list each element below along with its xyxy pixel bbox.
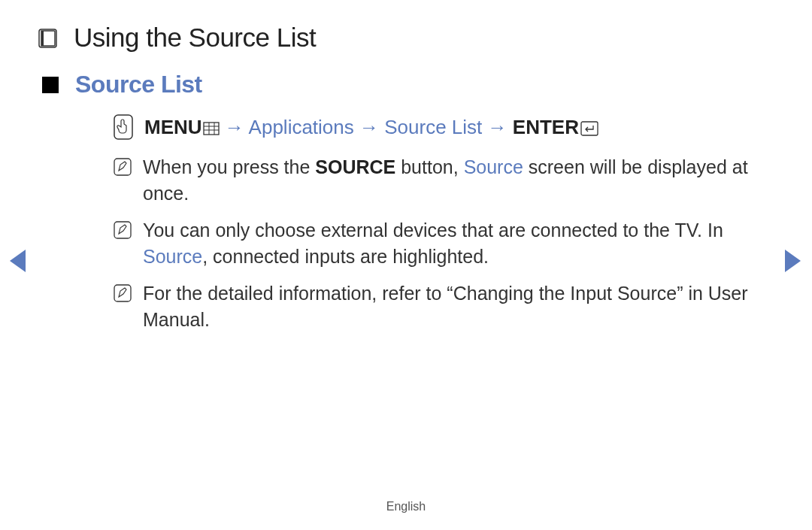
pencil-note-icon: [113, 157, 132, 180]
nav-path-text: MENU → Applications → Source List → ENTE…: [144, 116, 598, 139]
footer-language: English: [0, 500, 812, 513]
note-bold: SOURCE: [315, 156, 395, 177]
note-text: For the detailed information, refer to “…: [143, 280, 774, 333]
chapter-icon: [38, 27, 60, 53]
note-seg: You can only choose external devices tha…: [143, 220, 723, 241]
note-link: Source: [143, 246, 202, 267]
navigation-path: MENU → Applications → Source List → ENTE…: [38, 114, 774, 141]
svg-rect-7: [581, 122, 598, 135]
note-text: When you press the SOURCE button, Source…: [143, 154, 774, 207]
svg-rect-9: [114, 222, 131, 238]
nav-applications: Applications: [249, 116, 354, 138]
note-seg: , connected inputs are highlighted.: [202, 246, 489, 267]
svg-marker-12: [785, 250, 801, 272]
svg-rect-2: [204, 123, 219, 135]
svg-marker-11: [10, 250, 26, 272]
svg-rect-0: [41, 31, 44, 46]
svg-rect-8: [114, 159, 131, 175]
remote-hand-icon: [113, 114, 134, 141]
note-seg: For the detailed information, refer to “…: [143, 283, 748, 330]
enter-key-icon: [580, 121, 598, 136]
nav-menu-label: MENU: [144, 116, 202, 138]
note-text: You can only choose external devices tha…: [143, 217, 774, 270]
chapter-title: Using the Source List: [74, 23, 316, 53]
note-item: For the detailed information, refer to “…: [38, 280, 774, 333]
note-item: When you press the SOURCE button, Source…: [38, 154, 774, 207]
section-bullet-icon: [42, 77, 59, 93]
chapter-heading: Using the Source List: [38, 23, 774, 53]
note-link: Source: [464, 156, 523, 177]
nav-source-list: Source List: [384, 116, 482, 138]
pencil-note-icon: [113, 220, 132, 243]
nav-enter-label: ENTER: [513, 116, 579, 138]
prev-page-button[interactable]: [8, 248, 27, 277]
section-heading: Source List: [38, 71, 774, 98]
menu-grid-icon: [203, 122, 220, 135]
note-seg: When you press the: [143, 156, 315, 177]
note-item: You can only choose external devices tha…: [38, 217, 774, 270]
nav-arrow-1: →: [225, 116, 244, 138]
nav-arrow-2: →: [359, 116, 379, 138]
next-page-button[interactable]: [783, 248, 803, 277]
nav-arrow-3: →: [488, 116, 508, 138]
note-seg: button,: [395, 156, 463, 177]
section-title: Source List: [75, 71, 202, 98]
pencil-note-icon: [113, 283, 132, 306]
svg-rect-10: [114, 285, 131, 301]
